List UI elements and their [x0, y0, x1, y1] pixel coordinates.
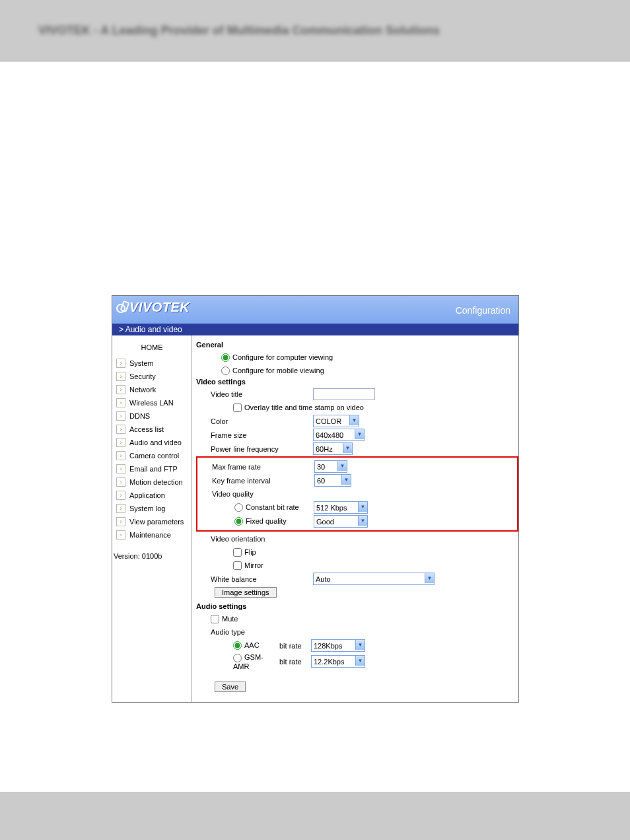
video-title-input[interactable]	[313, 388, 375, 400]
sidebar-item-application[interactable]: ›Application	[112, 489, 192, 502]
sidebar-item-label: Maintenance	[129, 531, 171, 539]
sidebar-item-label: Security	[129, 372, 156, 380]
aac-bitrate-select[interactable]: 128Kbps▼	[311, 639, 365, 652]
sidebar-item-ddns[interactable]: ›DDNS	[112, 409, 192, 423]
arrow-right-icon: ›	[116, 359, 125, 368]
content-area: General Configure for computer viewing C…	[192, 335, 518, 702]
arrow-right-icon: ›	[116, 530, 125, 540]
sidebar-item-wireless-lan[interactable]: ›Wireless LAN	[112, 396, 192, 409]
chevron-down-icon: ▼	[355, 429, 364, 439]
color-label: Color	[196, 417, 313, 425]
chevron-down-icon: ▼	[355, 656, 365, 666]
mirror-checkbox[interactable]	[233, 561, 242, 570]
sidebar-item-label: Application	[129, 491, 165, 499]
key-frame-interval-label: Key frame interval	[197, 477, 314, 485]
mirror-label: Mirror	[244, 561, 263, 569]
chevron-down-icon: ▼	[355, 640, 365, 650]
mute-label: Mute	[222, 615, 238, 623]
save-button[interactable]: Save	[215, 682, 246, 692]
max-frame-rate-select[interactable]: 30▼	[314, 460, 347, 473]
arrow-right-icon: ›	[116, 491, 125, 500]
image-settings-button[interactable]: Image settings	[215, 587, 277, 598]
flip-label: Flip	[244, 548, 256, 556]
mute-checkbox[interactable]	[211, 615, 219, 623]
sidebar-item-system-log[interactable]: ›System log	[112, 502, 192, 515]
highlighted-section: Max frame rate30▼ Key frame interval60▼ …	[196, 456, 518, 532]
fixed-quality-label: Fixed quality	[246, 517, 287, 525]
radio-fixed-quality[interactable]	[234, 517, 243, 526]
key-frame-interval-select[interactable]: 60▼	[314, 474, 351, 487]
radio-computer-viewing[interactable]	[221, 353, 230, 362]
chevron-down-icon: ▼	[425, 573, 434, 583]
sidebar-item-email-and-ftp[interactable]: ›Email and FTP	[112, 462, 192, 475]
config-window: VIVOTEK Configuration > Audio and video …	[112, 295, 519, 703]
sidebar-item-view-parameters[interactable]: ›View parameters	[112, 515, 192, 528]
bit-rate-label: bit rate	[279, 642, 311, 650]
constant-bit-rate-select[interactable]: 512 Kbps▼	[314, 501, 368, 514]
sidebar-item-label: View parameters	[129, 518, 184, 526]
sidebar-item-security[interactable]: ›Security	[112, 370, 192, 383]
radio-constant-bit-rate[interactable]	[234, 503, 243, 512]
sidebar-item-maintenance[interactable]: ›Maintenance	[112, 528, 192, 542]
audio-settings-title: Audio settings	[196, 602, 518, 610]
color-select[interactable]: COLOR▼	[313, 415, 359, 427]
chevron-down-icon: ▼	[349, 415, 359, 425]
video-settings-title: Video settings	[196, 378, 518, 386]
max-frame-rate-label: Max frame rate	[197, 463, 314, 471]
sidebar-item-motion-detection[interactable]: ›Motion detection	[112, 475, 192, 489]
radio-gsm-amr[interactable]	[233, 654, 242, 662]
sidebar-item-label: Camera control	[129, 452, 179, 460]
arrow-right-icon: ›	[116, 451, 125, 460]
plf-select[interactable]: 60Hz▼	[313, 442, 353, 455]
sidebar-item-label: Network	[129, 386, 156, 394]
doc-header-blur: VIVOTEK - A Leading Provider of Multimed…	[0, 0, 630, 38]
fixed-quality-select[interactable]: Good▼	[314, 515, 368, 528]
aac-label: AAC	[244, 641, 260, 649]
white-balance-select[interactable]: Auto▼	[313, 573, 435, 585]
arrow-right-icon: ›	[116, 504, 125, 513]
arrow-right-icon: ›	[116, 464, 125, 473]
frame-size-select[interactable]: 640x480▼	[313, 429, 365, 441]
constant-bit-rate-label: Constant bit rate	[246, 503, 299, 511]
frame-size-label: Frame size	[196, 431, 313, 439]
arrow-right-icon: ›	[116, 411, 125, 421]
page-title: Configuration	[456, 305, 510, 316]
sidebar-item-label: Wireless LAN	[129, 399, 174, 407]
sidebar-item-camera-control[interactable]: ›Camera control	[112, 449, 192, 462]
chevron-down-icon: ▼	[358, 502, 367, 512]
general-section-title: General	[196, 341, 518, 349]
sidebar-item-system[interactable]: ›System	[112, 357, 192, 370]
sidebar-item-label: System	[129, 359, 154, 367]
video-title-label: Video title	[196, 390, 313, 398]
arrow-right-icon: ›	[116, 398, 125, 407]
audio-type-label: Audio type	[211, 628, 245, 636]
window-header: VIVOTEK Configuration	[112, 296, 518, 324]
flip-checkbox[interactable]	[233, 548, 242, 557]
white-balance-label: White balance	[196, 575, 313, 583]
brand-logo: VIVOTEK	[116, 300, 190, 315]
arrow-right-icon: ›	[116, 517, 125, 526]
video-orientation-label: Video orientation	[211, 535, 265, 543]
radio-mobile-viewing[interactable]	[221, 367, 230, 375]
plf-label: Power line frequency	[196, 445, 313, 453]
sidebar-item-access-list[interactable]: ›Access list	[112, 423, 192, 436]
sidebar-home[interactable]: HOME	[112, 339, 192, 357]
radio-aac[interactable]	[233, 641, 242, 650]
arrow-right-icon: ›	[116, 372, 125, 381]
sidebar-item-audio-and-video[interactable]: ›Audio and video	[112, 436, 192, 449]
arrow-right-icon: ›	[116, 425, 125, 434]
overlay-checkbox[interactable]	[233, 403, 242, 412]
chevron-down-icon: ▼	[358, 516, 367, 526]
version-label: Version: 0100b	[112, 542, 192, 560]
gsm-bitrate-select[interactable]: 12.2Kbps▼	[311, 655, 365, 668]
camera-icon	[116, 301, 127, 313]
sidebar-item-network[interactable]: ›Network	[112, 383, 192, 396]
chevron-down-icon: ▼	[337, 461, 347, 471]
sidebar-item-label: Audio and video	[129, 438, 182, 446]
bit-rate-label: bit rate	[279, 658, 311, 666]
sidebar-item-label: System log	[129, 505, 165, 512]
sidebar-item-label: Email and FTP	[129, 465, 178, 473]
sidebar-item-label: Access list	[129, 425, 164, 433]
video-quality-label: Video quality	[212, 490, 254, 498]
arrow-right-icon: ›	[116, 438, 125, 447]
